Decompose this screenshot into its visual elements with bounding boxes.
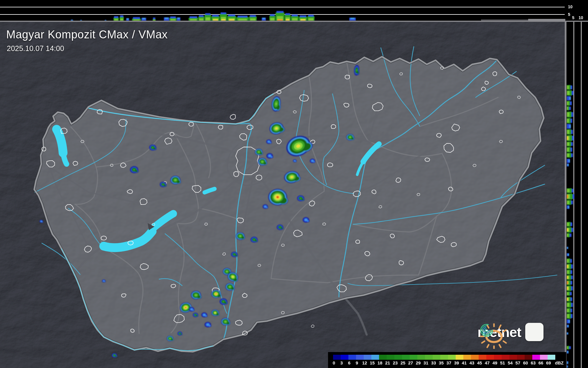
legend-tick-label: 6 [348,360,350,365]
metnet-logo: metnet [479,323,543,341]
legend-cell [333,355,341,360]
legend-cell [394,355,402,360]
legend-cell [509,355,517,360]
legend-tick-label: 51 [500,360,505,365]
legend-cell [502,355,509,360]
legend-tick-label: 39 [454,360,459,365]
map-canvas [0,0,588,368]
legend-cell [371,355,379,360]
legend-cell [379,355,387,360]
radar-composite-image: Magyar Kompozit CMax / VMax 2025.10.07 1… [0,0,588,368]
corner-axis-box [566,0,588,21]
legend-cell [486,355,494,360]
page-title: Magyar Kompozit CMax / VMax [6,28,168,41]
legend-cell [402,355,410,360]
top-strip-divider [0,21,588,22]
dbz-colorbar [333,355,555,360]
legend-cell [410,355,417,360]
legend-tick-label: 41 [462,360,467,365]
legend-unit-label: dBZ [555,360,564,365]
legend-tick-label: 37 [447,360,452,365]
legend-cell [479,355,486,360]
legend-tick-label: 21 [385,360,390,365]
legend-tick-label: 3 [340,360,343,365]
dbz-legend: 0369121518212325272931333537394143454749… [328,352,566,368]
legend-tick-label: 63 [531,360,536,365]
timestamp: 2025.10.07 14:00 [7,44,64,53]
legend-tick-label: 25 [401,360,406,365]
legend-cell [448,355,456,360]
legend-tick-label: 49 [493,360,498,365]
legend-tick-label: 27 [408,360,413,365]
legend-cell [425,355,433,360]
legend-cell [387,355,394,360]
legend-cell [540,355,548,360]
legend-tick-label: 43 [470,360,475,365]
legend-cell [341,355,348,360]
legend-tick-label: 33 [431,360,436,365]
metnet-app-icon [525,323,543,341]
legend-cell [417,355,425,360]
legend-cell [364,355,371,360]
legend-tick-label: 9 [356,360,358,365]
legend-cell [433,355,440,360]
legend-cell [532,355,540,360]
legend-tick-label: 23 [393,360,398,365]
legend-tick-label: 45 [477,360,482,365]
legend-tick-label: 31 [424,360,429,365]
right-strip-divider [565,21,566,368]
legend-cell [348,355,356,360]
legend-tick-label: 15 [370,360,375,365]
legend-tick-label: 66 [538,360,543,365]
legend-cell [494,355,502,360]
legend-tick-label: 0 [333,360,335,365]
lake-ferto-tail [63,153,67,164]
legend-cell [517,355,525,360]
legend-tick-label: 35 [439,360,444,365]
legend-tick-label: 60 [523,360,528,365]
legend-tick-label: 57 [515,360,521,365]
legend-cell [456,355,463,360]
legend-tick-label: 54 [508,360,513,365]
legend-cell [525,355,532,360]
legend-cell [356,355,364,360]
legend-tick-label: 12 [362,360,367,365]
right-strip-axis-label-10km: 10 [579,15,583,20]
top-strip-axis-label-5km: 5 [568,12,570,17]
top-strip-baseline-segment2 [528,19,565,21]
legend-tick-label: 69 [546,360,551,365]
legend-cell [471,355,479,360]
legend-cell [463,355,471,360]
top-strip-baseline-segment [481,19,528,21]
top-strip-axis-label-10km: 10 [568,4,573,9]
legend-cell [548,355,555,360]
right-strip-axis-label-5km: 5 [572,15,574,20]
legend-cell [440,355,448,360]
legend-tick-label: 18 [378,360,383,365]
legend-tick-label: 47 [485,360,490,365]
legend-tick-label: 29 [416,360,421,365]
